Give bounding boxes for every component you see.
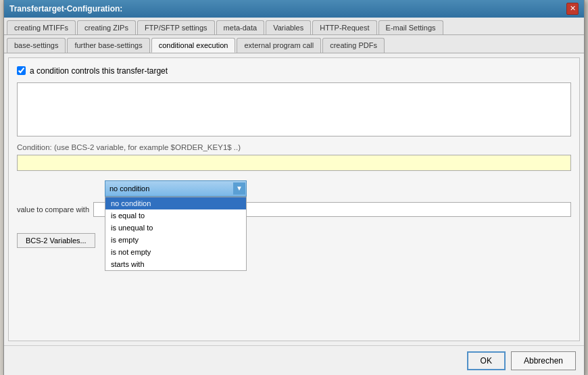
dropdown-item-is_empty[interactable]: is empty — [105, 234, 246, 246]
text-area-box — [17, 82, 571, 136]
ok-button[interactable]: OK — [467, 351, 506, 370]
tab-conditional-execution[interactable]: conditional execution — [151, 38, 236, 53]
tab-creating-pdfs[interactable]: creating PDFs — [322, 38, 385, 53]
tab-ftp-sftp[interactable]: FTP/SFTP settings — [137, 20, 215, 34]
main-window: Transfertarget-Configuration: ✕ creating… — [3, 0, 585, 375]
tab-base-settings[interactable]: base-settings — [7, 38, 66, 53]
dropdown-item-no_condition[interactable]: no condition — [105, 197, 246, 209]
dropdown-list: no conditionis equal tois unequal tois e… — [105, 197, 247, 271]
content-panel: a condition controls this transfer-targe… — [8, 57, 580, 341]
close-button[interactable]: ✕ — [566, 3, 579, 15]
dropdown-item-is_not_empty[interactable]: is not empty — [105, 246, 246, 258]
window-title: Transfertarget-Configuration: — [9, 4, 122, 14]
tab-meta-data[interactable]: meta-data — [216, 20, 265, 34]
condition-label: Condition: (use BCS-2 variable, for exam… — [17, 143, 571, 151]
condition-input[interactable] — [17, 155, 571, 171]
tab-row-2: base-settingsfurther base-settingscondit… — [4, 35, 584, 53]
tab-creating-zips[interactable]: creating ZIPs — [77, 20, 136, 34]
dropdown-item-is_unequal_to[interactable]: is unequal to — [105, 222, 246, 234]
title-bar: Transfertarget-Configuration: ✕ — [4, 0, 584, 18]
dropdown-selected[interactable]: no condition — [105, 180, 247, 197]
bcs-variables-button[interactable]: BCS-2 Variables... — [17, 233, 95, 248]
tab-creating-mtiffs[interactable]: creating MTIFFs — [7, 20, 76, 34]
tab-email-settings[interactable]: E-mail Settings — [378, 20, 443, 34]
tab-external-program-call[interactable]: external program call — [237, 38, 321, 53]
condition-checkbox[interactable] — [17, 66, 26, 75]
checkbox-label: a condition controls this transfer-targe… — [30, 66, 168, 76]
checkbox-row: a condition controls this transfer-targe… — [17, 66, 571, 76]
compare-label: value to compare with — [17, 205, 89, 214]
dropdown-section: no condition ▼ no conditionis equal tois… — [105, 180, 571, 197]
dropdown-item-starts_with[interactable]: starts with — [105, 258, 246, 270]
dropdown-item-is_equal_to[interactable]: is equal to — [105, 209, 246, 222]
tab-row-1: creating MTIFFscreating ZIPsFTP/SFTP set… — [4, 18, 584, 35]
tab-variables[interactable]: Variables — [266, 20, 311, 34]
compare-row: value to compare with — [17, 202, 571, 217]
tab-http-request[interactable]: HTTP-Request — [312, 20, 376, 34]
tab-further-base-settings[interactable]: further base-settings — [67, 38, 149, 53]
dropdown-wrapper: no condition ▼ no conditionis equal tois… — [105, 180, 247, 197]
cancel-button[interactable]: Abbrechen — [511, 351, 576, 370]
bottom-bar: OK Abbrechen — [4, 345, 584, 376]
